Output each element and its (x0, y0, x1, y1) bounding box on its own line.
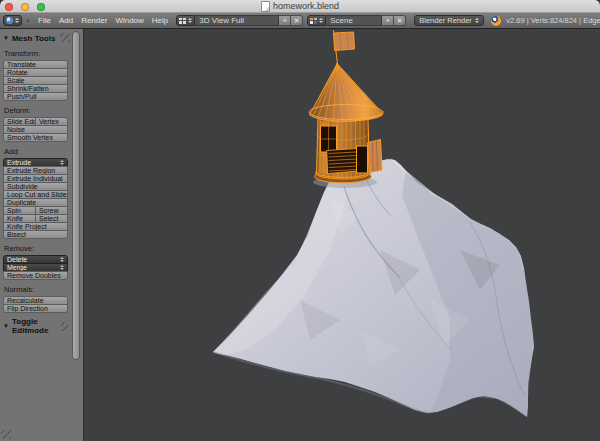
section-label-deform: Deform: (4, 106, 68, 115)
panel-title: Mesh Tools (12, 34, 55, 43)
panel-title: Toggle Editmode (12, 317, 58, 335)
tool-button-label: Shrink/Fatten (7, 85, 49, 92)
button-group: TranslateRotateScaleShrink/FattenPush/Pu… (3, 60, 68, 101)
render-engine-dropdown[interactable]: Blender Render (414, 15, 484, 26)
screen-layout-group: 3D View Full + ✕ (176, 15, 303, 26)
tower-mesh[interactable] (309, 31, 383, 183)
region-resize-grip[interactable] (61, 322, 68, 331)
minimize-window-button[interactable] (21, 3, 29, 11)
blender-window: homework.blend FileAddRenderWindowHelp 3… (0, 0, 600, 441)
updown-arrows-icon (60, 265, 64, 270)
tool-button-label: Bisect (7, 231, 26, 238)
window-controls (5, 3, 45, 11)
tool-button-label: Extrude Individual (7, 175, 63, 182)
tool-button-label: Vertex (39, 118, 59, 125)
chevron-down-icon: ▼ (3, 323, 9, 329)
updown-arrows-icon (60, 257, 64, 262)
titlebar: homework.blend (0, 0, 600, 13)
close-layout-button[interactable]: ✕ (291, 15, 303, 26)
collapse-menus-toggle[interactable] (25, 18, 31, 24)
render-engine-label: Blender Render (419, 16, 472, 25)
tool-button-label: Push/Pull (7, 93, 37, 100)
tool-button-label: Smooth Vertex (7, 134, 53, 141)
panel-header-mesh-tools[interactable]: ▼Mesh Tools (3, 32, 68, 44)
section-label-transform: Transform: (4, 49, 68, 58)
tool-button-label: Subdivide (7, 183, 38, 190)
updown-arrows-icon (188, 18, 192, 23)
tool-button-label: Recalculate (7, 297, 44, 304)
add-scene-button[interactable]: + (382, 15, 394, 26)
scene-group: Scene + ✕ (307, 15, 406, 26)
document-icon (261, 1, 270, 12)
button-row: Smooth Vertex (3, 133, 68, 142)
tool-button-label: Loop Cut and Slide (7, 191, 67, 198)
tool-button-bisect[interactable]: Bisect (3, 230, 68, 239)
region-corner-grip[interactable] (1, 430, 11, 439)
tool-shelf: ▼Mesh ToolsTransform:TranslateRotateScal… (0, 29, 84, 441)
tool-button-remove-doubles[interactable]: Remove Doubles (3, 271, 68, 280)
tool-button-label: Knife Project (7, 223, 47, 230)
scene-field[interactable]: Scene (326, 15, 382, 26)
updown-arrows-icon (319, 18, 323, 23)
tool-button-smooth-vertex[interactable]: Smooth Vertex (3, 133, 68, 142)
close-scene-button[interactable]: ✕ (394, 15, 406, 26)
updown-arrows-icon (15, 18, 19, 23)
editor-type-selector[interactable] (3, 15, 22, 26)
menu-file[interactable]: File (34, 16, 55, 25)
tool-button-label: Select (39, 215, 58, 222)
button-row: Bisect (3, 230, 68, 239)
viewport-scene (85, 29, 600, 441)
tool-button-label: Scale (7, 77, 25, 84)
terrain-mesh[interactable] (213, 159, 534, 417)
tool-button-label: Knife (7, 215, 23, 222)
tool-button-push-pull[interactable]: Push/Pull (3, 92, 68, 101)
button-group: ExtrudeExtrude RegionExtrude IndividualS… (3, 158, 68, 239)
screen-layout-field[interactable]: 3D View Full (195, 15, 279, 26)
scene-icon (310, 18, 317, 24)
tool-button-label: Screw (39, 207, 58, 214)
tool-button-label: Remove Doubles (7, 272, 61, 279)
section-label-remove: Remove: (4, 244, 68, 253)
menu-help[interactable]: Help (148, 16, 172, 25)
tool-button-label: Slide Edge (7, 118, 36, 125)
info-editor-icon (6, 17, 13, 24)
tool-button-label: Merge (7, 264, 27, 271)
tool-button-label: Flip Direction (7, 305, 48, 312)
region-resize-grip[interactable] (60, 33, 70, 42)
tool-button-label: Extrude (7, 159, 31, 166)
panel-toggle-editmode: ▼Toggle Editmode (3, 320, 68, 332)
menu-add[interactable]: Add (55, 16, 77, 25)
zoom-window-button[interactable] (37, 3, 45, 11)
3d-viewport[interactable] (85, 29, 600, 441)
window-title: homework.blend (273, 1, 339, 11)
window-title-area: homework.blend (261, 1, 339, 12)
menu-bar: FileAddRenderWindowHelp (34, 16, 172, 25)
tool-button-label: Rotate (7, 69, 28, 76)
button-row: Remove Doubles (3, 271, 68, 280)
panel-header-toggle-editmode[interactable]: ▼Toggle Editmode (3, 320, 68, 332)
close-window-button[interactable] (5, 3, 13, 11)
button-group: RecalculateFlip Direction (3, 296, 68, 313)
panel-mesh-tools: ▼Mesh ToolsTransform:TranslateRotateScal… (3, 32, 68, 313)
add-layout-button[interactable]: + (279, 15, 291, 26)
menu-window[interactable]: Window (111, 16, 147, 25)
tool-button-label: Spin (7, 207, 21, 214)
header-stats: v2.69 | Verts:824/824 | Edges:1553/1553 … (506, 16, 600, 25)
tool-button-label: Translate (7, 61, 36, 68)
info-header: FileAddRenderWindowHelp 3D View Full + ✕… (0, 13, 600, 29)
menu-render[interactable]: Render (77, 16, 111, 25)
button-row: Flip Direction (3, 304, 68, 313)
updown-arrows-icon (60, 160, 64, 165)
tool-button-label: Noise (7, 126, 25, 133)
button-group: DeleteMergeRemove Doubles (3, 255, 68, 280)
blender-logo-icon (491, 16, 501, 26)
screen-layout-selector[interactable] (176, 15, 195, 26)
tool-button-label: Duplicate (7, 199, 36, 206)
scene-selector[interactable] (307, 15, 326, 26)
section-label-normals: Normals: (4, 285, 68, 294)
tool-button-flip-direction[interactable]: Flip Direction (3, 304, 68, 313)
updown-arrows-icon (475, 18, 479, 23)
chevron-down-icon: ▼ (3, 35, 9, 41)
shelf-scrollbar[interactable] (72, 31, 80, 360)
section-label-add: Add: (4, 147, 68, 156)
